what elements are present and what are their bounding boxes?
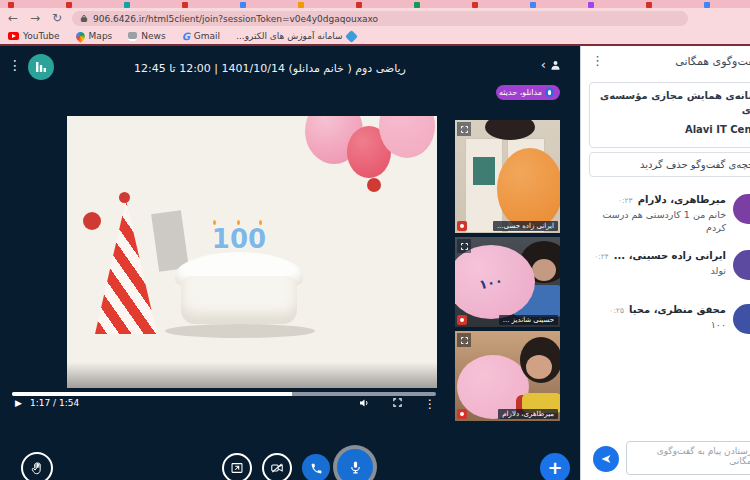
plus-icon: + (547, 459, 562, 477)
message-sender: میرطاهری، دلارام (638, 194, 726, 205)
fullscreen-icon[interactable] (392, 397, 403, 408)
pompom-decoration (83, 212, 101, 230)
tab-favicon (66, 2, 72, 8)
tab-favicon (588, 2, 594, 8)
expand-icon[interactable] (457, 239, 471, 253)
child-face (526, 355, 552, 379)
play-button[interactable]: ▶ (15, 398, 22, 408)
tab-favicon (298, 2, 304, 8)
external-video-surface[interactable]: 100 (67, 116, 437, 388)
talking-indicator-name: مدانلو، حدیثه (499, 88, 542, 97)
expand-icon[interactable] (457, 122, 471, 136)
talking-indicator-badge[interactable]: مدانلو، حدیثه (496, 85, 560, 100)
hat-pompom (119, 192, 130, 203)
webcam-tile[interactable]: ایرانی زاده حسی... (455, 120, 560, 233)
options-menu-button[interactable]: ⋮ (8, 58, 22, 72)
video-options-menu[interactable]: ⋮ (424, 397, 436, 411)
bookmark-youtube[interactable]: YouTube (8, 31, 60, 41)
child-face (532, 259, 556, 281)
message-time: ۰:۲۵ (609, 306, 624, 315)
tab-favicon (182, 2, 188, 8)
video-bottom-fade (67, 362, 437, 388)
orange-balloon (497, 148, 560, 230)
microphone-icon (348, 460, 363, 475)
webcam-share-button[interactable] (262, 453, 292, 480)
bookmark-news[interactable]: News (128, 31, 165, 41)
gmail-g-icon: G (182, 31, 190, 42)
webcam-off-icon (270, 461, 284, 475)
expand-icon[interactable] (457, 333, 471, 347)
tab-favicon (356, 2, 362, 8)
mic-muted-indicator-icon (457, 315, 467, 325)
webcam-name-label: میرطاهری، دلارام (498, 409, 558, 419)
birthday-cake: 100 (175, 234, 303, 334)
maps-pin-icon (74, 30, 87, 43)
bookmarks-bar: YouTube Maps News GGmail سامانه آموزش ها… (0, 28, 750, 44)
connection-status-button[interactable] (28, 54, 54, 80)
bookmark-gmail[interactable]: GGmail (182, 31, 220, 42)
message-text: تولد (589, 264, 726, 277)
message-sender: محقق منظری، محیا (629, 304, 726, 315)
tab-favicon (530, 2, 536, 8)
meeting-title: ریاضی دوم ( خانم مدانلو) 1401/10/14 | 12… (70, 62, 470, 75)
message-sender: ایرانی زاده حسینی، ... (614, 250, 726, 261)
send-message-button[interactable] (593, 446, 619, 472)
cake-shadow (165, 324, 315, 338)
lock-icon (80, 14, 88, 23)
chat-welcome-card: سامانه‌ی همایش مجازی مؤسسه‌ی علوی Alavi … (589, 82, 750, 148)
webcam-tile[interactable]: ۱۰۰ حسینی شاندیز ... (455, 237, 560, 327)
chat-message: ایرانی زاده حسینی، ...۰:۲۴ تولد (581, 250, 750, 277)
tab-favicon (240, 2, 246, 8)
webcam-tile[interactable]: میرطاهری، دلارام (455, 331, 560, 421)
video-progress-played (12, 392, 292, 396)
bookmark-maps[interactable]: Maps (76, 31, 113, 41)
tab-favicon (124, 2, 130, 8)
chevron-left-icon: ‹ (541, 58, 546, 72)
tab-favicon (8, 2, 14, 8)
chat-options-menu[interactable]: ⋮ (591, 54, 604, 68)
avatar (733, 304, 750, 334)
message-time: ۰:۲۴ (594, 252, 609, 261)
welcome-message-en: Alavi IT Center (598, 124, 750, 135)
browser-chrome: ← → ↻ 906.6426.ir/html5client/join?sessi… (0, 0, 750, 44)
actions-plus-button[interactable]: + (540, 453, 570, 480)
bars-icon (35, 61, 47, 73)
reload-button[interactable]: ↻ (52, 9, 62, 27)
chat-message-input[interactable] (626, 441, 750, 475)
pompom-decoration (367, 178, 381, 192)
youtube-icon (8, 32, 19, 40)
chat-title: گفت‌وگوی همگانی (675, 55, 750, 68)
send-icon (600, 453, 612, 465)
url-text: 906.6426.ir/html5client/join?sessionToke… (93, 14, 378, 24)
mute-toggle-button[interactable] (337, 449, 373, 480)
message-text: خانم من 1 کاردستی هم درست کردم (589, 208, 726, 235)
raise-hand-button[interactable] (21, 452, 53, 480)
welcome-message-fa: سامانه‌ی همایش مجازی مؤسسه‌ی علوی (598, 89, 750, 117)
cake-body (181, 276, 297, 324)
webcam-name-label: حسینی شاندیز ... (499, 315, 558, 325)
chat-message: میرطاهری، دلارام۰:۲۳ خانم من 1 کاردستی ه… (581, 194, 750, 235)
screenshare-button[interactable] (222, 453, 252, 480)
screenshare-icon (230, 461, 244, 475)
party-hat (95, 200, 157, 334)
news-icon (128, 32, 137, 41)
child-head (485, 120, 535, 140)
tab-favicon (704, 2, 710, 8)
address-bar[interactable]: 906.6426.ir/html5client/join?sessionToke… (72, 11, 688, 26)
hand-icon (30, 461, 45, 476)
audio-join-button[interactable] (302, 454, 330, 480)
back-button[interactable]: ← (8, 9, 18, 27)
person-icon (549, 59, 562, 72)
diamond-icon (345, 30, 358, 43)
video-progress-bar[interactable] (12, 392, 436, 396)
browser-tabstrip[interactable] (0, 0, 750, 8)
number-candles: 100 (175, 224, 303, 254)
public-chat-panel: ⋮ گفت‌وگوی همگانی سامانه‌ی همایش مجازی م… (580, 46, 750, 480)
participants-toggle-button[interactable]: ‹ (541, 58, 562, 72)
volume-icon[interactable] (358, 397, 370, 409)
forward-button[interactable]: → (30, 9, 40, 27)
message-time: ۰:۲۳ (618, 196, 633, 205)
mic-muted-indicator-icon (457, 221, 467, 231)
speaker-icon (545, 88, 554, 97)
bookmark-elearning[interactable]: سامانه آموزش های الکترو... (236, 31, 355, 41)
